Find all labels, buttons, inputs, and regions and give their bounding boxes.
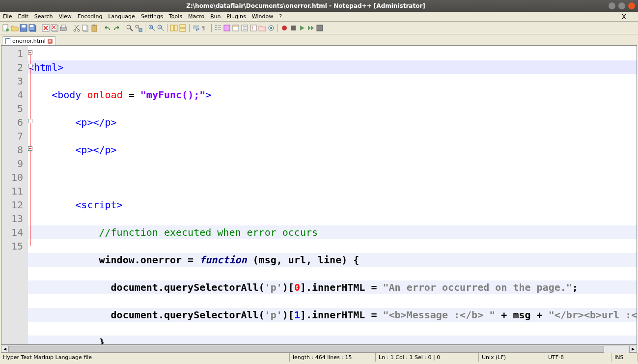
save-macro-icon[interactable] <box>316 24 324 32</box>
menu-run[interactable]: Run <box>210 13 221 20</box>
status-encoding[interactable]: UTF-8 <box>545 353 611 362</box>
titlebar: Z:\home\dataflair\Documents\onerror.html… <box>0 0 638 12</box>
status-language: Hyper Text Markup Language file <box>0 353 290 362</box>
svg-rect-17 <box>93 25 95 26</box>
record-macro-icon[interactable] <box>280 24 288 32</box>
file-tab[interactable]: onerror.html × <box>2 36 56 45</box>
svg-rect-23 <box>170 25 173 31</box>
stop-macro-icon[interactable] <box>289 24 297 32</box>
undo-icon[interactable] <box>104 24 111 32</box>
menubar: File Edit Search View Encoding Language … <box>0 12 638 22</box>
svg-rect-38 <box>317 25 323 31</box>
zoom-in-icon[interactable] <box>148 24 156 32</box>
doc-map-icon[interactable] <box>232 24 240 32</box>
play-macro-icon[interactable] <box>298 24 306 32</box>
status-eol[interactable]: Unix (LF) <box>479 353 545 362</box>
close-file-icon[interactable] <box>42 24 50 32</box>
code-area[interactable]: <html> <body onload = "myFunc();"> <p></… <box>28 46 637 344</box>
save-all-icon[interactable] <box>28 24 36 32</box>
svg-rect-37 <box>291 26 296 30</box>
find-icon[interactable] <box>126 24 134 32</box>
horizontal-scrollbar[interactable]: ◀ ▶ <box>1 345 637 353</box>
statusbar: Hyper Text Markup Language file length :… <box>0 353 638 362</box>
fold-toggle-icon[interactable] <box>28 146 32 151</box>
fold-toggle-icon[interactable] <box>28 64 32 68</box>
svg-rect-6 <box>30 25 33 27</box>
svg-rect-30 <box>233 26 238 27</box>
file-icon <box>5 38 10 44</box>
status-length: length : 464 lines : 15 <box>290 353 376 362</box>
paste-icon[interactable] <box>90 24 98 32</box>
svg-rect-3 <box>22 25 26 28</box>
new-file-icon[interactable] <box>2 24 10 32</box>
play-multi-icon[interactable] <box>307 24 315 32</box>
svg-rect-15 <box>83 25 87 30</box>
monitoring-icon[interactable] <box>267 24 275 32</box>
svg-rect-24 <box>174 25 177 31</box>
menu-plugins[interactable]: Plugins <box>226 13 246 20</box>
menu-file[interactable]: File <box>3 13 12 20</box>
toolbar: ¶ f <box>0 22 638 34</box>
redo-icon[interactable] <box>112 24 120 32</box>
menu-edit[interactable]: Edit <box>18 13 28 20</box>
doc-list-icon[interactable] <box>241 24 249 32</box>
tabbar: onerror.html × <box>0 34 638 45</box>
wordwrap-icon[interactable] <box>192 24 200 32</box>
menu-help[interactable]: ? <box>279 13 282 20</box>
copy-icon[interactable] <box>82 24 89 32</box>
svg-point-35 <box>270 27 272 29</box>
status-insert-mode[interactable]: INS <box>611 353 638 362</box>
svg-point-18 <box>127 25 131 29</box>
save-icon[interactable] <box>20 24 28 32</box>
close-button[interactable] <box>628 2 635 9</box>
minimize-button[interactable] <box>609 2 615 9</box>
svg-rect-20 <box>139 28 142 31</box>
menu-window[interactable]: Window <box>252 13 273 20</box>
menu-language[interactable]: Language <box>108 13 135 20</box>
svg-rect-28 <box>224 25 230 31</box>
open-file-icon[interactable] <box>11 24 19 32</box>
replace-icon[interactable] <box>135 24 142 32</box>
editor[interactable]: 123456789101112131415 <html> <body onloa… <box>1 45 637 345</box>
window-title: Z:\home\dataflair\Documents\onerror.html… <box>3 2 609 9</box>
window-controls <box>609 2 635 9</box>
func-list-icon[interactable]: f <box>250 24 257 32</box>
indent-guide-icon[interactable] <box>214 24 222 32</box>
fold-toggle-icon[interactable] <box>28 119 32 123</box>
svg-text:¶: ¶ <box>202 26 205 31</box>
svg-rect-26 <box>180 28 186 31</box>
menu-search[interactable]: Search <box>34 13 53 20</box>
line-number-gutter: 123456789101112131415 <box>1 46 28 344</box>
print-icon[interactable] <box>59 24 67 32</box>
menu-macro[interactable]: Macro <box>188 13 204 20</box>
user-lang-icon[interactable] <box>223 24 231 32</box>
menu-tools[interactable]: Tools <box>169 13 182 20</box>
scroll-thumb[interactable] <box>9 346 604 353</box>
menu-settings[interactable]: Settings <box>141 13 163 20</box>
svg-point-36 <box>282 26 287 30</box>
maximize-button[interactable] <box>618 2 625 9</box>
menu-view[interactable]: View <box>59 13 72 20</box>
tab-label: onerror.html <box>12 38 46 44</box>
show-all-icon[interactable]: ¶ <box>201 24 209 32</box>
sync-h-icon[interactable] <box>179 24 187 32</box>
sync-v-icon[interactable] <box>170 24 178 32</box>
status-position: Ln : 1 Col : 1 Sel : 0 | 0 <box>376 353 479 362</box>
svg-rect-25 <box>180 25 186 28</box>
svg-rect-11 <box>61 25 65 28</box>
fold-toggle-icon[interactable] <box>28 50 32 55</box>
tab-close-icon[interactable]: × <box>48 39 53 44</box>
secondary-close-button[interactable]: X <box>621 13 629 21</box>
zoom-out-icon[interactable] <box>157 24 165 32</box>
close-all-icon[interactable] <box>51 24 58 32</box>
folder-workspace-icon[interactable] <box>258 24 266 32</box>
scroll-right-icon[interactable]: ▶ <box>629 346 637 353</box>
cut-icon[interactable] <box>73 24 81 32</box>
svg-point-1 <box>6 28 9 31</box>
menu-encoding[interactable]: Encoding <box>78 13 103 20</box>
scroll-left-icon[interactable]: ◀ <box>1 346 9 353</box>
